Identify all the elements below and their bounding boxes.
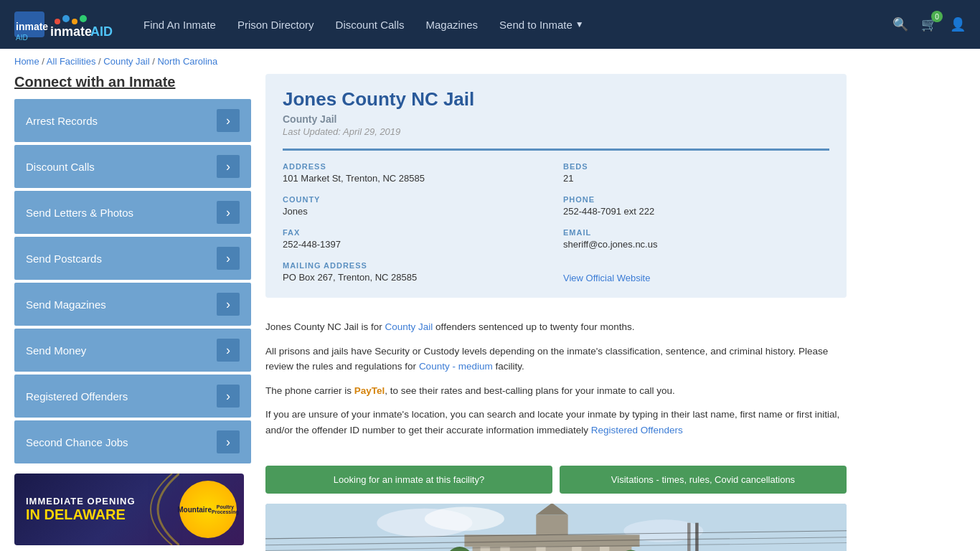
facility-name: Jones County NC Jail <box>283 88 829 110</box>
county-block: COUNTY Jones <box>283 195 549 217</box>
breadcrumb-home[interactable]: Home <box>14 56 39 67</box>
svg-point-6 <box>80 15 87 22</box>
content-area: Jones County NC Jail County Jail Last Up… <box>265 74 847 551</box>
user-icon[interactable]: 👤 <box>950 17 966 32</box>
nav-icons: 🔍 🛒 0 👤 <box>892 17 966 32</box>
nav-send-to-inmate[interactable]: Send to Inmate ▼ <box>499 19 584 31</box>
county-label: COUNTY <box>283 195 549 204</box>
nav-links: Find An Inmate Prison Directory Discount… <box>143 19 871 31</box>
ad-brand-logo: Mountaire Poultry Processing <box>179 481 237 538</box>
desc-para2: All prisons and jails have Security or C… <box>265 344 847 375</box>
sidebar-item-second-chance-jobs[interactable]: Second Chance Jobs › <box>14 420 251 463</box>
description-area: Jones County NC Jail is for County Jail … <box>265 312 847 454</box>
cart-wrapper[interactable]: 🛒 0 <box>921 17 937 32</box>
svg-rect-16 <box>536 547 545 551</box>
ad-line2: IN DELAWARE <box>26 507 126 523</box>
nav-discount-calls[interactable]: Discount Calls <box>336 19 405 31</box>
svg-text:inmate: inmate <box>16 21 48 32</box>
email-value: sheriff@co.jones.nc.us <box>563 239 829 250</box>
main-container: Connect with an Inmate Arrest Records › … <box>0 74 861 551</box>
mailing-label: MAILING ADDRESS <box>283 261 549 270</box>
county-value: Jones <box>283 206 549 217</box>
county-jail-link[interactable]: County Jail <box>385 321 433 332</box>
svg-point-5 <box>72 19 77 24</box>
svg-point-4 <box>62 15 70 22</box>
svg-rect-17 <box>572 547 581 551</box>
phone-label: PHONE <box>563 195 829 204</box>
address-block: ADDRESS 101 Market St, Trenton, NC 28585 <box>283 162 549 184</box>
desc-para3: The phone carrier is PayTel, to see thei… <box>265 383 847 399</box>
website-spacer <box>563 261 829 270</box>
sidebar-item-send-letters[interactable]: Send Letters & Photos › <box>14 191 251 234</box>
find-inmate-button[interactable]: Looking for an inmate at this facility? <box>265 466 552 494</box>
breadcrumb-all-facilities[interactable]: All Facilities <box>47 56 96 67</box>
breadcrumb-state[interactable]: North Carolina <box>157 56 217 67</box>
svg-text:AID: AID <box>16 34 28 40</box>
sidebar-item-discount-calls[interactable]: Discount Calls › <box>14 145 251 188</box>
svg-point-3 <box>55 19 60 24</box>
sidebar-item-arrest-records[interactable]: Arrest Records › <box>14 99 251 142</box>
action-buttons: Looking for an inmate at this facility? … <box>265 466 847 494</box>
dropdown-arrow-icon: ▼ <box>575 19 584 29</box>
breadcrumb: Home / All Facilities / County Jail / No… <box>0 49 980 74</box>
nav-magazines[interactable]: Magazines <box>425 19 478 31</box>
search-icon[interactable]: 🔍 <box>892 17 908 32</box>
address-value: 101 Market St, Trenton, NC 28585 <box>283 173 549 184</box>
svg-text:inmate: inmate <box>50 24 92 39</box>
phone-value: 252-448-7091 ext 222 <box>563 206 829 217</box>
email-block: EMAIL sheriff@co.jones.nc.us <box>563 228 829 250</box>
arrow-icon-1: › <box>217 155 240 178</box>
facility-photo <box>265 504 847 551</box>
registered-offenders-link[interactable]: Registered Offenders <box>591 425 683 435</box>
svg-point-11 <box>425 507 504 530</box>
sidebar: Connect with an Inmate Arrest Records › … <box>14 74 251 551</box>
svg-rect-27 <box>687 522 690 551</box>
logo[interactable]: inmate AID inmate AID <box>14 9 115 40</box>
email-label: EMAIL <box>563 228 829 237</box>
facility-card: Jones County NC Jail County Jail Last Up… <box>265 74 847 298</box>
nav-find-inmate[interactable]: Find An Inmate <box>143 19 216 31</box>
sidebar-item-send-magazines[interactable]: Send Magazines › <box>14 283 251 326</box>
phone-block: PHONE 252-448-7091 ext 222 <box>563 195 829 217</box>
website-link[interactable]: View Official Website <box>563 273 650 283</box>
svg-rect-26 <box>695 522 698 551</box>
arrow-icon-7: › <box>217 430 240 453</box>
ad-banner[interactable]: IMMEDIATE OPENING IN DELAWARE Mountaire … <box>14 474 244 545</box>
beds-label: BEDS <box>563 162 829 171</box>
sidebar-item-send-postcards[interactable]: Send Postcards › <box>14 237 251 280</box>
sidebar-item-registered-offenders[interactable]: Registered Offenders › <box>14 375 251 418</box>
county-medium-link[interactable]: County - medium <box>419 361 493 372</box>
sidebar-menu: Arrest Records › Discount Calls › Send L… <box>14 99 251 463</box>
website-block: View Official Website <box>563 261 829 283</box>
svg-text:AID: AID <box>90 24 113 39</box>
arrow-icon-6: › <box>217 385 240 408</box>
cart-badge: 0 <box>931 11 943 22</box>
navbar: inmate AID inmate AID Find An Inmate Pri… <box>0 0 980 49</box>
fax-label: FAX <box>283 228 549 237</box>
fax-value: 252-448-1397 <box>283 239 549 250</box>
arrow-icon-2: › <box>217 201 240 224</box>
paytel-link[interactable]: PayTel <box>354 385 385 396</box>
arrow-icon-4: › <box>217 293 240 316</box>
desc-para4: If you are unsure of your inmate's locat… <box>265 407 847 438</box>
nav-prison-directory[interactable]: Prison Directory <box>237 19 314 31</box>
sidebar-item-send-money[interactable]: Send Money › <box>14 329 251 372</box>
info-grid: ADDRESS 101 Market St, Trenton, NC 28585… <box>283 149 829 283</box>
arrow-icon-5: › <box>217 339 240 362</box>
mailing-block: MAILING ADDRESS PO Box 267, Trenton, NC … <box>283 261 549 283</box>
mailing-value: PO Box 267, Trenton, NC 28585 <box>283 272 549 283</box>
fax-block: FAX 252-448-1397 <box>283 228 549 250</box>
arrow-icon-3: › <box>217 247 240 270</box>
ad-line1: IMMEDIATE OPENING <box>26 496 136 507</box>
beds-block: BEDS 21 <box>563 162 829 184</box>
sidebar-title: Connect with an Inmate <box>14 74 251 90</box>
facility-type: County Jail <box>283 113 829 125</box>
visitations-button[interactable]: Visitations - times, rules, Covid cancel… <box>560 466 847 494</box>
address-label: ADDRESS <box>283 162 549 171</box>
svg-rect-18 <box>600 547 609 551</box>
desc-para1: Jones County NC Jail is for County Jail … <box>265 319 847 335</box>
arrow-icon-0: › <box>217 109 240 132</box>
breadcrumb-county-jail[interactable]: County Jail <box>103 56 149 67</box>
beds-value: 21 <box>563 173 829 184</box>
facility-updated: Last Updated: April 29, 2019 <box>283 126 829 137</box>
